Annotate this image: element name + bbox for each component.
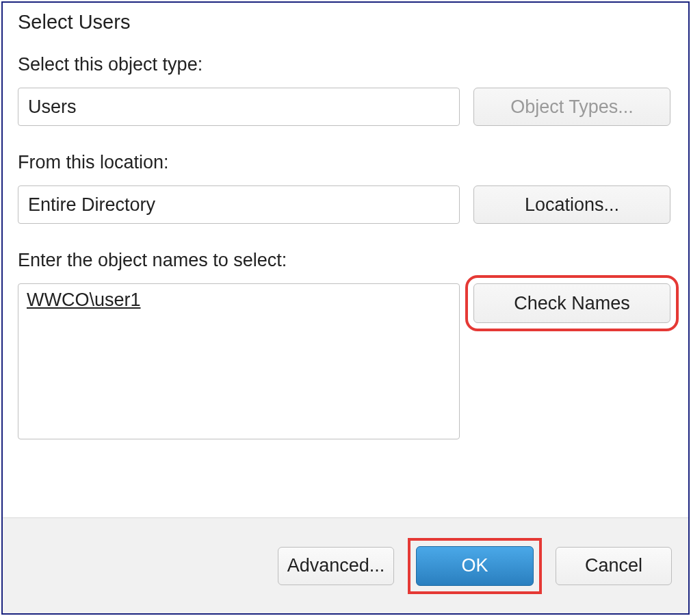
object-name-value: WWCO\user1 — [27, 290, 141, 310]
object-names-label: Enter the object names to select: — [18, 250, 673, 271]
object-names-input[interactable]: WWCO\user1 — [18, 283, 460, 439]
locations-button[interactable]: Locations... — [473, 185, 670, 224]
object-type-label: Select this object type: — [18, 54, 673, 75]
ok-button[interactable]: OK — [416, 546, 534, 586]
object-types-button[interactable]: Object Types... — [473, 88, 670, 126]
ok-highlight-frame: OK — [410, 541, 539, 591]
dialog-body: Select Users Select this object type: Us… — [3, 3, 688, 517]
advanced-button[interactable]: Advanced... — [278, 547, 394, 585]
select-users-dialog: Select Users Select this object type: Us… — [1, 1, 690, 615]
location-field: Entire Directory — [18, 185, 460, 224]
object-type-field: Users — [18, 88, 460, 126]
check-names-button[interactable]: Check Names — [473, 283, 670, 323]
location-label: From this location: — [18, 152, 673, 173]
dialog-title: Select Users — [18, 5, 673, 54]
cancel-button[interactable]: Cancel — [556, 547, 672, 585]
dialog-footer: Advanced... OK Cancel — [3, 517, 688, 613]
